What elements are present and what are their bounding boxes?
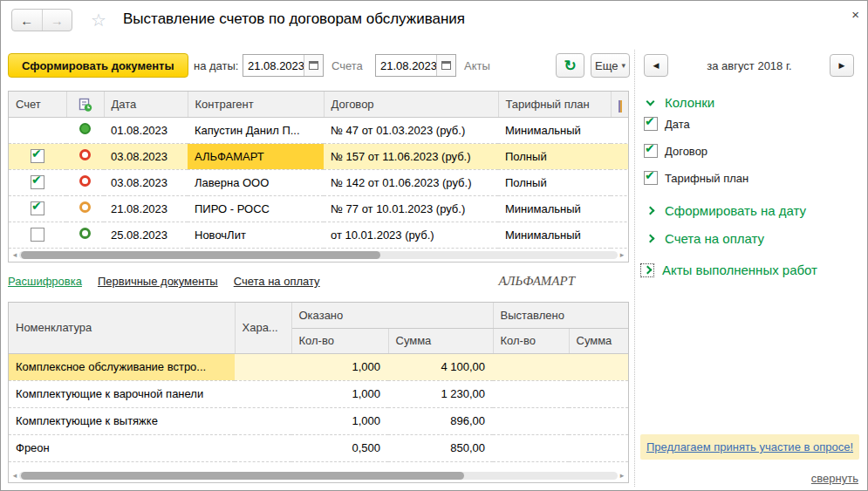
cell-date[interactable]: 25.08.2023 [104, 222, 188, 248]
generate-documents-button[interactable]: Сформировать документы [8, 53, 188, 78]
next-period-button[interactable]: ▶ [830, 54, 854, 77]
cell-billed-sum[interactable] [569, 434, 629, 461]
cell-counterparty[interactable]: НовочЛит [188, 222, 324, 248]
cell-nomenclature[interactable]: Фреон [9, 434, 235, 461]
cell-billed-qty[interactable] [493, 434, 569, 461]
sidebar-section-acts[interactable]: Акты выполненных работ [640, 263, 817, 277]
row-checkbox[interactable]: ✔ [31, 175, 44, 189]
cell-billed-qty[interactable] [493, 353, 569, 380]
col-header-nomenclature[interactable]: Номенклатура [9, 303, 235, 353]
cell-plan[interactable]: Минимальный [498, 222, 611, 248]
cell-nomenclature[interactable]: Комплектующие к варочной панели [9, 380, 235, 407]
cell-billed-qty[interactable] [493, 380, 569, 407]
detail-row-selected[interactable]: Комплексное обслуживание встро... 1,000 … [9, 353, 629, 380]
cell-date[interactable]: 03.08.2023 [104, 143, 188, 169]
col-header-rendered[interactable]: Оказано [291, 303, 493, 328]
horizontal-scrollbar[interactable]: ◂ ▸ [10, 249, 626, 261]
cell-qty[interactable]: 1,000 [291, 353, 388, 380]
cell-characteristic[interactable] [235, 407, 291, 434]
cell-characteristic[interactable] [235, 380, 291, 407]
cell-qty[interactable]: 0,500 [291, 434, 388, 461]
cell-counterparty[interactable]: Капустин Данил П... [188, 117, 324, 143]
table-row[interactable]: ✔ 03.08.2023 Лаверна ООО № 142 от 01.06.… [9, 169, 629, 195]
scrollbar-thumb[interactable] [21, 472, 464, 480]
prev-period-button[interactable]: ◀ [644, 54, 668, 77]
invoices-date-input[interactable] [243, 59, 304, 72]
col-header-billed-sum[interactable]: Сумма [569, 328, 629, 353]
col-header-counterparty[interactable]: Контрагент [188, 92, 324, 117]
col-header-billed-qty[interactable]: Кол-во [493, 328, 569, 353]
cell-contract[interactable]: от 10.01.2023 (руб.) [324, 222, 498, 248]
cell-date[interactable]: 01.08.2023 [104, 117, 188, 143]
survey-link[interactable]: Предлагаем принять участие в опросе! [646, 440, 853, 453]
forward-icon[interactable]: → [43, 10, 72, 31]
tab-payment-invoices[interactable]: Счета на оплату [234, 275, 320, 288]
column-toggle-plan[interactable]: ✔ Тарифный план [644, 171, 748, 185]
cell-characteristic[interactable] [235, 353, 291, 380]
detail-row[interactable]: Фреон 0,500 850,00 [9, 434, 629, 461]
panel-splitter[interactable] [634, 50, 635, 487]
col-header-contract[interactable]: Договор [324, 92, 498, 117]
scroll-right-icon[interactable]: ▸ [618, 470, 626, 481]
scroll-left-icon[interactable]: ◂ [10, 470, 19, 481]
cell-contract[interactable]: № 157 от 11.06.2023 (руб.) [324, 143, 498, 169]
column-toggle-contract[interactable]: ✔ Договор [644, 144, 707, 158]
cell-plan[interactable]: Полный [498, 169, 611, 195]
cell-date[interactable]: 21.08.2023 [104, 195, 188, 222]
table-row[interactable]: ✔ 01.08.2023 Капустин Данил П... № 47 от… [9, 117, 629, 143]
favorite-star-icon[interactable]: ☆ [91, 10, 106, 31]
cell-plan[interactable]: Минимальный [498, 195, 611, 222]
column-toggle-date[interactable]: ✔ Дата [644, 117, 690, 131]
cell-sum[interactable]: 850,00 [388, 434, 493, 461]
cell-billed-sum[interactable] [569, 353, 629, 380]
detail-row[interactable]: Комплектующие к вытяжке 1,000 896,00 [9, 407, 629, 434]
more-button[interactable]: Еще▾ [591, 53, 630, 78]
cell-billed-sum[interactable] [569, 407, 629, 434]
cell-qty[interactable]: 1,000 [291, 407, 388, 434]
horizontal-scrollbar[interactable]: ◂ ▸ [10, 470, 626, 481]
cell-plan[interactable]: Полный [498, 143, 611, 169]
cell-billed-sum[interactable] [569, 380, 629, 407]
tab-decode[interactable]: Расшифровка [8, 275, 82, 288]
col-header-date[interactable]: Дата [104, 92, 188, 117]
cell-counterparty[interactable]: ПИРО - РОСС [188, 195, 324, 222]
col-header-billed[interactable]: Выставлено [493, 303, 629, 328]
col-header-rendered-qty[interactable]: Кол-во [291, 328, 388, 353]
refresh-button[interactable]: ↻ [556, 53, 584, 78]
calendar-icon[interactable] [436, 55, 455, 76]
cell-contract[interactable]: № 142 от 01.06.2023 (руб.) [324, 169, 498, 195]
cell-characteristic[interactable] [235, 434, 291, 461]
cell-billed-qty[interactable] [493, 407, 569, 434]
close-icon[interactable]: × [851, 7, 859, 22]
scrollbar-thumb[interactable] [21, 251, 380, 259]
col-header-invoice[interactable]: Счет [9, 92, 66, 117]
cell-counterparty[interactable]: Лаверна ООО [188, 169, 324, 195]
table-row-selected[interactable]: ✔ 03.08.2023 АЛЬФАМАРТ № 157 от 11.06.20… [9, 143, 629, 169]
sidebar-section-generate-on-date[interactable]: Сформировать на дату [643, 203, 806, 218]
collapse-link[interactable]: свернуть [811, 472, 858, 485]
col-header-plan[interactable]: Тарифный план [498, 92, 611, 117]
detail-row[interactable]: Комплектующие к варочной панели 1,000 1 … [9, 380, 629, 407]
checkbox[interactable]: ✔ [644, 171, 658, 185]
cell-plan[interactable]: Минимальный [498, 117, 611, 143]
calendar-icon[interactable] [304, 55, 323, 76]
tab-primary-documents[interactable]: Первичные документы [98, 275, 218, 288]
col-header-status[interactable] [66, 92, 104, 117]
cell-counterparty-active[interactable]: АЛЬФАМАРТ [188, 143, 324, 169]
cell-contract[interactable]: № 47 от 01.03.2023 (руб.) [324, 117, 498, 143]
cell-nomenclature[interactable]: Комплектующие к вытяжке [9, 407, 235, 434]
scroll-right-icon[interactable]: ▸ [618, 249, 626, 261]
cell-contract[interactable]: № 77 от 10.01.2023 (руб.) [324, 195, 498, 222]
cell-sum[interactable]: 896,00 [388, 407, 493, 434]
table-row[interactable]: ✔ 25.08.2023 НовочЛит от 10.01.2023 (руб… [9, 222, 629, 248]
col-header-rendered-sum[interactable]: Сумма [388, 328, 493, 353]
table-row[interactable]: ✔ 21.08.2023 ПИРО - РОСС № 77 от 10.01.2… [9, 195, 629, 222]
sidebar-section-columns[interactable]: Колонки [643, 95, 714, 110]
cell-date[interactable]: 03.08.2023 [104, 169, 188, 195]
cell-nomenclature-active[interactable]: Комплексное обслуживание встро... [9, 353, 235, 380]
back-icon[interactable]: ← [12, 10, 43, 31]
cell-sum[interactable]: 1 230,00 [388, 380, 493, 407]
cell-sum[interactable]: 4 100,00 [388, 353, 493, 380]
col-header-clipped[interactable] [611, 92, 629, 117]
checkbox[interactable]: ✔ [644, 117, 658, 131]
